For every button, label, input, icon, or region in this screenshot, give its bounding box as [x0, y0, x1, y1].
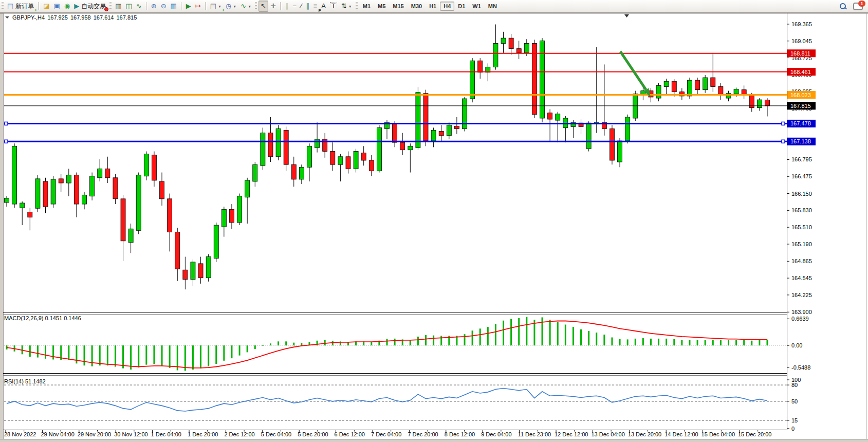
- label-button[interactable]: T: [328, 1, 339, 12]
- indicators-button[interactable]: ∿▼: [238, 1, 253, 12]
- bar-close: 167.815: [116, 14, 137, 21]
- toolbar-grip: [356, 2, 358, 10]
- toolbar-separator: [280, 2, 281, 10]
- candle-down: [393, 123, 397, 142]
- time-scale[interactable]: 28 Nov 202229 Nov 04:0029 Nov 20:0030 No…: [4, 430, 771, 438]
- notifications-button[interactable]: 1: [853, 3, 863, 10]
- new-chart-button[interactable]: ▤+▼: [208, 1, 224, 12]
- chart-shift-icon: ↦: [195, 3, 201, 10]
- market-watch-button[interactable]: ◪: [41, 1, 51, 12]
- svg-text:166.150: 166.150: [791, 191, 812, 197]
- candle-down: [198, 264, 203, 278]
- timeframe-button-w1[interactable]: W1: [469, 2, 485, 11]
- chart-shift-button[interactable]: ↦: [193, 1, 203, 12]
- autotrading-button[interactable]: ▶自动交易: [72, 1, 108, 12]
- chart-surface[interactable]: 169.365169.045168.725168.405168.085167.7…: [0, 0, 868, 442]
- line-handle[interactable]: [5, 140, 8, 143]
- time-label: 15 Dec 20:00: [738, 431, 771, 437]
- candle-up: [586, 123, 591, 149]
- one-click-trading-toggle-icon[interactable]: [5, 16, 9, 21]
- search-button[interactable]: [839, 2, 847, 10]
- timeframe-button-m1[interactable]: M1: [359, 2, 374, 11]
- crosshair-button[interactable]: ✛: [268, 1, 278, 12]
- plus-badge-icon: +: [34, 8, 37, 12]
- candle-down: [291, 164, 296, 179]
- time-label: 29 Nov 20:00: [78, 431, 111, 437]
- new-order-button[interactable]: ▤+新订单: [5, 1, 36, 12]
- svg-text:-0.5488: -0.5488: [791, 364, 810, 371]
- candle-down: [765, 100, 769, 106]
- bar-chart-button[interactable]: ▥: [113, 1, 123, 12]
- line-handle[interactable]: [782, 140, 785, 143]
- text-button[interactable]: A: [319, 1, 328, 12]
- channel-button[interactable]: ∥: [304, 1, 311, 12]
- fibonacci-button[interactable]: ≡F: [311, 1, 320, 12]
- candle-down: [346, 157, 350, 169]
- timeframe-button-d1[interactable]: D1: [454, 2, 469, 11]
- arrows-icon: ⇅: [341, 3, 347, 10]
- candle-up: [447, 125, 451, 136]
- zoom-in-button[interactable]: ⊕: [149, 1, 159, 12]
- zoom-out-button[interactable]: ⊖: [159, 1, 169, 12]
- candle-up: [12, 146, 17, 204]
- profiles-button[interactable]: ◷▼: [224, 1, 238, 12]
- horizontal-line-button[interactable]: −: [290, 1, 299, 12]
- candle-up: [664, 81, 669, 86]
- candle-down: [509, 38, 513, 49]
- timeframe-button-h1[interactable]: H1: [426, 2, 440, 11]
- svg-text:165.510: 165.510: [791, 224, 812, 230]
- svg-text:167.138: 167.138: [790, 138, 811, 144]
- candle-down: [516, 49, 521, 53]
- candle-up: [35, 179, 40, 208]
- navigator-button[interactable]: ▣: [52, 1, 62, 12]
- time-label: 14 Dec 12:00: [664, 431, 698, 437]
- candle-up: [338, 157, 343, 164]
- signals-button[interactable]: ◉: [62, 1, 72, 12]
- candle-down: [423, 94, 428, 141]
- macd-indicator-label: MACD(12,26,9) 0.1451 0.1446: [4, 315, 81, 321]
- cursor-button[interactable]: ↖: [258, 1, 268, 12]
- time-label: 9 Dec 04:00: [481, 431, 511, 437]
- tile-windows-button[interactable]: ▦: [169, 1, 179, 12]
- chevron-down-icon: ▼: [248, 5, 251, 8]
- candlestick-button[interactable]: ◫: [124, 1, 134, 12]
- time-label: 30 Nov 12:00: [114, 431, 147, 437]
- svg-text:164.545: 164.545: [791, 275, 812, 281]
- chart-symbol-period: GBPJPY-,H4: [12, 14, 45, 21]
- arrows-button[interactable]: ⇅▼: [339, 1, 354, 12]
- time-label: 15 Dec 04:00: [701, 431, 735, 437]
- crosshair-icon: ✛: [270, 3, 276, 10]
- time-label: 7 Dec 20:00: [408, 431, 438, 437]
- time-label: 7 Dec 04:00: [371, 431, 401, 437]
- line-chart-button[interactable]: ∿: [134, 1, 144, 12]
- timeframe-button-m15[interactable]: M15: [389, 2, 407, 11]
- bar-chart-icon: ▥: [115, 3, 121, 10]
- timeframe-button-mn[interactable]: MN: [485, 2, 501, 11]
- candle-down: [175, 232, 180, 269]
- auto-scroll-icon: ▶: [186, 3, 191, 10]
- timeframe-button-m5[interactable]: M5: [374, 2, 389, 11]
- timeframe-button-m30[interactable]: M30: [408, 2, 426, 11]
- new-order-label: 新订单: [15, 2, 34, 11]
- candle-up: [524, 43, 529, 52]
- time-label: 29 Nov 04:00: [41, 431, 74, 437]
- tile-windows-icon: ▦: [171, 3, 177, 10]
- candle-down: [183, 270, 188, 279]
- indicators-icon: ∿: [241, 3, 246, 10]
- vertical-line-button[interactable]: ∣: [283, 1, 291, 12]
- candle-up: [144, 154, 149, 176]
- svg-text:164.225: 164.225: [791, 292, 812, 298]
- line-handle[interactable]: [782, 122, 785, 125]
- svg-text:165.190: 165.190: [791, 241, 812, 247]
- candle-down: [74, 175, 79, 204]
- candle-up: [307, 146, 311, 167]
- toolbar-right: 1: [839, 2, 868, 10]
- candle-up: [757, 100, 762, 107]
- timeframe-button-h4[interactable]: H4: [440, 2, 454, 11]
- trendline-button[interactable]: ∕: [299, 1, 304, 12]
- line-handle[interactable]: [5, 122, 8, 125]
- time-label: 5 Dec 04:00: [261, 431, 291, 437]
- candle-down: [168, 199, 172, 232]
- auto-scroll-button[interactable]: ▶: [184, 1, 193, 12]
- time-label: 2 Dec 12:00: [224, 431, 254, 437]
